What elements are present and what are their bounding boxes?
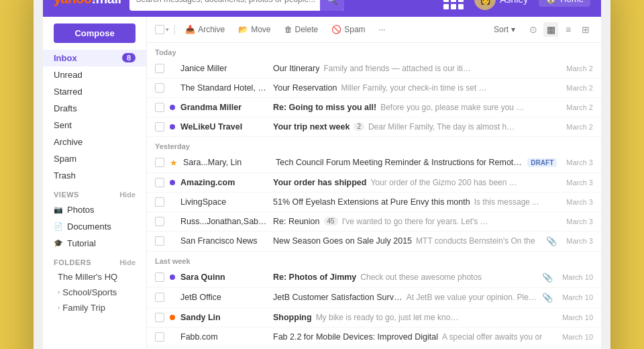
sidebar-item-trash[interactable]: Trash (43, 167, 146, 184)
view-icon-3[interactable]: ≡ (561, 22, 576, 37)
home-icon: 🏠 (545, 0, 556, 4)
email-date: March 3 (566, 198, 593, 206)
folder-millers-hq[interactable]: The Miller's HQ (43, 269, 146, 285)
email-preview: Check out these awesome photos (360, 272, 482, 282)
table-row[interactable]: The Standard Hotel, Honolu Your Reservat… (147, 79, 601, 98)
table-row[interactable]: ★ Sara...Mary, Lin Tech Council Forum Me… (147, 153, 601, 173)
more-button[interactable]: ··· (374, 23, 391, 36)
table-row[interactable]: JetB Office JetB Customer Satisfaction S… (147, 288, 601, 308)
family-trip-chevron: › (58, 304, 60, 311)
tutorial-icon: 🎓 (54, 238, 63, 248)
table-row[interactable]: San Francisco News New Season Goes on Sa… (147, 232, 601, 252)
count-badge: 2 (354, 122, 364, 131)
folders-section-header: Folders Hide (43, 252, 146, 269)
email-date: March 10 (562, 273, 593, 281)
email-sender: LivingSpace (180, 197, 268, 207)
home-button[interactable]: 🏠 Home (539, 0, 590, 7)
star-icon: ★ (170, 158, 178, 168)
email-checkbox[interactable] (155, 197, 164, 207)
archive-button[interactable]: 📥 Archive (180, 23, 230, 36)
photos-label: Photos (67, 205, 94, 215)
email-checkbox[interactable] (155, 236, 164, 246)
sidebar-item-drafts[interactable]: Drafts (43, 100, 146, 117)
search-button[interactable]: 🔍 (320, 0, 344, 11)
group-lastweek: Last week (147, 252, 601, 268)
email-checkbox[interactable] (155, 313, 164, 322)
avatar: 👩 (474, 0, 496, 10)
sidebar-item-spam[interactable]: Spam (43, 150, 146, 167)
table-row[interactable]: Sara Quinn Re: Photos of Jimmy Check out… (147, 268, 601, 288)
table-row[interactable]: Grandma Miller Re: Going to miss you all… (147, 98, 601, 117)
spam-icon: 🚫 (331, 25, 341, 34)
table-row[interactable]: SocialLife Carolina Greenwood also comme… (147, 347, 601, 350)
yahoo-logo: yahoo!mail (54, 0, 121, 7)
folder-family-trip[interactable]: › Family Trip (43, 300, 146, 315)
compose-button[interactable]: Compose (54, 23, 136, 43)
email-date: March 3 (566, 179, 593, 187)
table-row[interactable]: Janice Miller Our Itinerary Family and f… (147, 59, 601, 79)
unread-dot (170, 199, 175, 205)
more-icon: ··· (379, 25, 386, 34)
email-sender: San Francisco News (180, 236, 268, 246)
count-badge: 45 (324, 217, 338, 226)
email-sender: Amazing.com (180, 178, 268, 187)
email-checkbox[interactable] (155, 332, 164, 342)
email-subject: Your trip next week (273, 122, 350, 132)
email-checkbox[interactable] (155, 272, 164, 282)
spam-label: Spam (344, 25, 365, 34)
email-checkbox[interactable] (155, 103, 164, 112)
view-icon-2[interactable]: ▦ (543, 22, 558, 37)
sidebar-item-photos[interactable]: 📷 Photos (43, 201, 146, 218)
unread-dot (170, 180, 175, 185)
views-hide-button[interactable]: Hide (119, 191, 136, 199)
table-row[interactable]: Amazing.com Your order has shipped Your … (147, 173, 601, 193)
email-preview: A special offer awaits you or (442, 332, 542, 342)
millers-hq-label: The Miller's HQ (58, 272, 117, 282)
email-preview: MTT conducts Bernstein's On the (416, 236, 535, 246)
unread-dot (170, 238, 175, 244)
email-checkbox[interactable] (155, 217, 164, 226)
email-checkbox[interactable] (155, 178, 164, 187)
email-checkbox[interactable] (155, 122, 164, 132)
email-subject: Shopping (273, 313, 312, 322)
move-button[interactable]: 📂 Move (233, 23, 276, 36)
table-row[interactable]: Fabb.com Fab 2.2 for Mobile Devices: Imp… (147, 328, 601, 347)
view-icon-1[interactable]: ⊙ (526, 22, 541, 37)
folder-school-sports[interactable]: › School/Sports (43, 285, 146, 300)
apps-grid-button[interactable] (443, 0, 464, 9)
email-checkbox[interactable] (155, 158, 164, 167)
header: yahoo!mail 🔍 👩 Ashley 🏠 Home (43, 0, 601, 17)
delete-label: Delete (295, 25, 319, 34)
table-row[interactable]: Sandy Lin Shopping My bike is ready to g… (147, 308, 601, 328)
screen: yahoo!mail 🔍 👩 Ashley 🏠 Home (43, 0, 601, 349)
spam-button[interactable]: 🚫 Spam (326, 23, 370, 36)
table-row[interactable]: Russ...Jonathan,Sabrina Re: Reunion 45 I… (147, 212, 601, 232)
sidebar-item-unread[interactable]: Unread (43, 66, 146, 83)
table-row[interactable]: WeLikeU Travel Your trip next week 2 Dea… (147, 117, 601, 137)
sidebar-item-sent[interactable]: Sent (43, 117, 146, 134)
starred-label: Starred (54, 87, 83, 97)
sidebar-item-starred[interactable]: Starred (43, 83, 146, 100)
select-checkbox[interactable] (155, 25, 164, 34)
table-row[interactable]: LivingSpace 51% Off Eyelash Extensions a… (147, 193, 601, 212)
email-checkbox[interactable] (155, 83, 164, 93)
family-trip-label: Family Trip (62, 303, 105, 313)
sidebar-item-archive[interactable]: Archive (43, 134, 146, 150)
photos-icon: 📷 (54, 205, 63, 214)
email-checkbox[interactable] (155, 293, 164, 302)
search-bar: 🔍 (129, 0, 344, 11)
user-avatar-button[interactable]: 👩 Ashley (474, 0, 528, 10)
sidebar-item-tutorial[interactable]: 🎓 Tutorial (43, 235, 146, 252)
email-preview: Dear Miller Family, The day is almost he… (368, 122, 516, 132)
sidebar-item-documents[interactable]: 📄 Documents (43, 218, 146, 235)
delete-button[interactable]: 🗑 Delete (279, 23, 324, 36)
email-date: March 10 (562, 333, 593, 341)
sidebar-item-inbox[interactable]: Inbox 8 (43, 50, 146, 66)
sort-button[interactable]: Sort ▾ (494, 25, 515, 34)
search-input[interactable] (136, 0, 320, 4)
email-checkbox[interactable] (155, 64, 164, 73)
laptop-wrapper: yahoo!mail 🔍 👩 Ashley 🏠 Home (34, 0, 610, 349)
select-all-checkbox[interactable]: ▾ (155, 25, 169, 34)
view-icon-4[interactable]: ⊞ (578, 22, 593, 37)
folders-hide-button[interactable]: Hide (119, 258, 136, 266)
